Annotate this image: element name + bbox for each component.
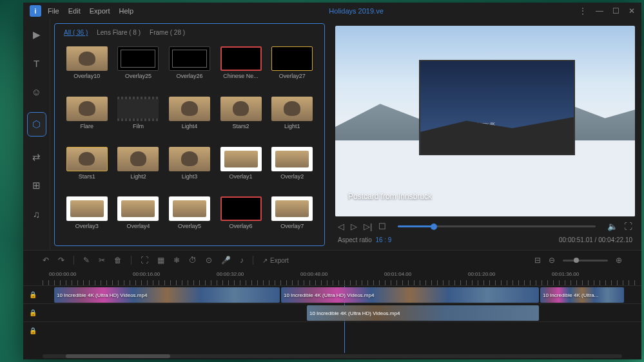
media-thumbnail[interactable] xyxy=(66,97,108,121)
media-thumbnail[interactable] xyxy=(169,97,210,121)
freeze-icon[interactable]: ❄ xyxy=(173,256,180,265)
sidebar-overlays-icon[interactable]: ⬡ xyxy=(29,117,44,132)
media-item[interactable]: Overlay10 xyxy=(64,46,110,90)
media-thumbnail[interactable] xyxy=(66,147,108,171)
timeline-scrollbar[interactable] xyxy=(23,353,641,359)
sidebar-effects-icon[interactable]: ☺ xyxy=(29,84,44,99)
media-item[interactable]: Light2 xyxy=(115,147,162,191)
media-item[interactable]: Overlay26 xyxy=(166,46,213,90)
media-item[interactable]: Stars2 xyxy=(218,97,264,140)
media-item[interactable]: Overlay4 xyxy=(115,196,162,240)
cut-icon[interactable]: ✂ xyxy=(99,256,105,265)
export-button[interactable]: ↗ Export xyxy=(262,257,289,264)
sidebar-media-icon[interactable]: ▶ xyxy=(29,27,44,43)
media-thumbnail[interactable] xyxy=(271,147,313,171)
track-audio[interactable]: 🔒 xyxy=(23,321,641,339)
sidebar-text-icon[interactable]: T xyxy=(29,55,44,71)
speed-icon[interactable]: ⊙ xyxy=(206,256,212,265)
media-thumbnail[interactable] xyxy=(271,196,313,221)
media-item[interactable]: Overlay1 xyxy=(218,147,264,191)
media-thumbnail[interactable] xyxy=(220,46,262,71)
aspect-value[interactable]: 16 : 9 xyxy=(375,236,391,243)
menu-edit[interactable]: Edit xyxy=(68,7,81,15)
audio-icon[interactable]: ♪ xyxy=(240,256,244,265)
mosaic-icon[interactable]: ▦ xyxy=(157,256,164,265)
media-item[interactable]: Light1 xyxy=(269,97,315,140)
media-item[interactable]: Overlay5 xyxy=(166,196,213,240)
media-thumbnail[interactable] xyxy=(117,46,159,71)
prev-frame-icon[interactable]: ◁ xyxy=(338,222,344,231)
next-frame-icon[interactable]: ▷| xyxy=(364,222,372,231)
media-thumbnail[interactable] xyxy=(169,147,210,171)
play-icon[interactable]: ▷ xyxy=(351,222,357,231)
more-icon[interactable]: ⋮ xyxy=(579,6,587,15)
media-thumbnail[interactable] xyxy=(271,97,313,121)
fit-icon[interactable]: ⊟ xyxy=(534,256,541,265)
media-thumbnail[interactable] xyxy=(66,46,108,71)
sidebar-audio-icon[interactable]: ♫ xyxy=(29,206,44,222)
maximize-icon[interactable]: ☐ xyxy=(612,6,620,15)
menu-export[interactable]: Export xyxy=(90,7,110,15)
sidebar-elements-icon[interactable]: ⊞ xyxy=(29,178,44,193)
volume-icon[interactable]: 🔈 xyxy=(607,222,618,231)
media-thumbnail[interactable] xyxy=(220,196,262,221)
close-icon[interactable]: ✕ xyxy=(629,6,635,15)
media-item[interactable]: Overlay25 xyxy=(115,46,162,90)
media-item[interactable]: Overlay27 xyxy=(269,46,315,90)
lock-icon[interactable]: 🔒 xyxy=(29,291,37,298)
stop-icon[interactable]: ☐ xyxy=(378,222,386,231)
redo-icon[interactable]: ↷ xyxy=(58,256,64,265)
media-thumbnail[interactable] xyxy=(169,196,210,221)
media-item[interactable]: Flare xyxy=(64,97,110,140)
playback-slider[interactable] xyxy=(398,225,596,227)
clip-video-1c[interactable]: 10 Incredible 4K (Ultra... xyxy=(540,287,624,303)
media-item[interactable]: Overlay7 xyxy=(269,196,315,240)
preview-video[interactable]: Alchemy 4K Postcard from Innsbruck xyxy=(335,26,635,216)
media-item[interactable]: Overlay3 xyxy=(64,196,110,240)
track-video[interactable]: 🔒 10 Incredible 4K (Ultra HD) Videos.mp4… xyxy=(23,285,641,303)
media-thumbnail[interactable] xyxy=(271,46,313,71)
tab-lens-flare[interactable]: Lens Flare ( 8 ) xyxy=(97,29,141,36)
media-thumbnail[interactable] xyxy=(220,147,262,171)
media-item[interactable]: Light3 xyxy=(166,147,213,191)
media-thumbnail[interactable] xyxy=(117,147,159,171)
menu-help[interactable]: Help xyxy=(119,7,134,15)
track-overlay[interactable]: 🔒 10 Incredible 4K (Ultra HD) Videos.mp4 xyxy=(23,303,641,321)
media-item-label: Overlay5 xyxy=(178,223,201,229)
media-thumbnail[interactable] xyxy=(117,196,159,221)
clip-video-1b[interactable]: 10 Incredible 4K (Ultra HD) Videos.mp4 xyxy=(281,287,539,303)
media-item[interactable]: Overlay6 xyxy=(218,196,264,240)
media-thumbnail[interactable] xyxy=(117,97,159,121)
media-item-label: Overlay6 xyxy=(229,223,253,229)
delete-icon[interactable]: 🗑 xyxy=(114,256,122,265)
media-item[interactable]: Stars1 xyxy=(64,147,110,191)
total-time: 00:04:22.10 xyxy=(598,236,632,243)
media-thumbnail[interactable] xyxy=(66,196,108,221)
timeline-toolbar: ↶ ↷ ✎ ✂ 🗑 ⛶ ▦ ❄ ⏱ ⊙ 🎤 ♪ ↗ Export ⊟ ⊖ ⊕ xyxy=(23,251,641,270)
lock-icon[interactable]: 🔒 xyxy=(29,309,37,316)
sidebar-transitions-icon[interactable]: ⇄ xyxy=(29,149,44,165)
tab-frame[interactable]: Frame ( 28 ) xyxy=(150,29,185,36)
media-item[interactable]: Film xyxy=(115,97,162,140)
media-item[interactable]: Chinese Ne... xyxy=(218,46,264,90)
clip-overlay-1[interactable]: 10 Incredible 4K (Ultra HD) Videos.mp4 xyxy=(307,305,539,321)
undo-icon[interactable]: ↶ xyxy=(43,256,49,265)
duration-icon[interactable]: ⏱ xyxy=(189,256,197,265)
zoom-out-icon[interactable]: ⊖ xyxy=(549,256,555,265)
fullscreen-icon[interactable]: ⛶ xyxy=(624,222,632,231)
crop-icon[interactable]: ⛶ xyxy=(141,256,148,265)
media-thumbnail[interactable] xyxy=(220,97,262,121)
menu-file[interactable]: File xyxy=(48,7,59,15)
timeline-ruler[interactable]: 00:00:00.00 00:00:16.00 00:00:32.00 00:0… xyxy=(23,270,641,285)
tab-all[interactable]: All ( 36 ) xyxy=(64,29,88,36)
edit-icon[interactable]: ✎ xyxy=(83,256,90,265)
zoom-in-icon[interactable]: ⊕ xyxy=(616,256,622,265)
media-thumbnail[interactable] xyxy=(169,46,210,71)
media-item[interactable]: Overlay2 xyxy=(269,147,315,191)
voiceover-icon[interactable]: 🎤 xyxy=(221,256,231,265)
zoom-slider[interactable] xyxy=(563,260,608,262)
minimize-icon[interactable]: — xyxy=(596,6,603,15)
lock-icon[interactable]: 🔒 xyxy=(29,327,37,334)
media-item[interactable]: Light4 xyxy=(166,97,213,140)
clip-video-1[interactable]: 10 Incredible 4K (Ultra HD) Videos.mp4 xyxy=(54,287,280,303)
